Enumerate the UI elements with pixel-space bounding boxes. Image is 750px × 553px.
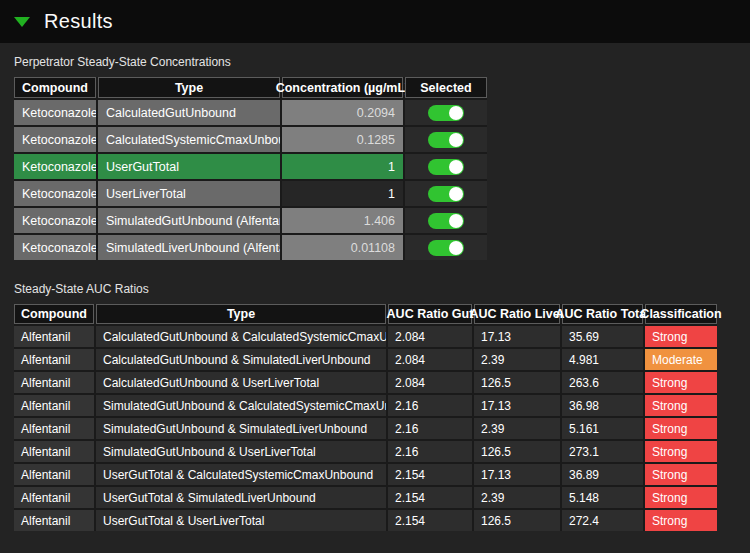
column-header-compound: Compound [14,77,96,98]
auc-ratio-liver-cell: 2.39 [474,418,560,439]
compound-cell: Ketoconazole [14,181,96,206]
compound-cell: Alfentanil [14,464,94,485]
selected-toggle[interactable] [428,159,464,175]
column-header-type: Type [96,304,386,324]
auc-ratio-liver-cell: 126.5 [474,441,560,462]
auc-ratio-liver-cell: 17.13 [474,464,560,485]
table-row[interactable]: Ketoconazole SimulatedLiverUnbound (Alfe… [14,235,487,260]
compound-cell: Alfentanil [14,372,94,393]
table-row: Alfentanil SimulatedGutUnbound & UserLiv… [14,441,717,462]
selected-cell [405,127,487,152]
table-row: Alfentanil SimulatedGutUnbound & Calcula… [14,395,717,416]
column-header-selected: Selected [405,77,487,98]
auc-table-title: Steady-State AUC Ratios [14,282,736,296]
table-row: Alfentanil SimulatedGutUnbound & Simulat… [14,418,717,439]
auc-ratio-gut-cell: 2.084 [388,349,472,370]
concentration-cell[interactable]: 1 [282,154,403,179]
table-row[interactable]: Ketoconazole UserLiverTotal 1 [14,181,487,206]
auc-ratio-gut-cell: 2.084 [388,372,472,393]
classification-badge: Strong [645,326,717,347]
column-header-classification: Classification [645,304,717,324]
column-header-auc-ratio-liver: AUC Ratio Liver [474,304,560,324]
compound-cell: Alfentanil [14,441,94,462]
table-row[interactable]: Ketoconazole CalculatedSystemicCmaxUnbou… [14,127,487,152]
type-cell: SimulatedGutUnbound & CalculatedSystemic… [96,395,386,416]
auc-ratio-liver-cell: 126.5 [474,372,560,393]
collapse-triangle-icon[interactable] [14,17,30,27]
selected-cell [405,208,487,233]
concentration-cell[interactable]: 0.01108 [282,235,403,260]
auc-ratio-liver-cell: 126.5 [474,510,560,531]
selected-cell [405,100,487,125]
concentrations-table-title: Perpetrator Steady-State Concentrations [14,55,736,69]
type-cell: SimulatedGutUnbound (Alfentanil) [98,208,280,233]
compound-cell: Ketoconazole [14,154,96,179]
compound-cell: Ketoconazole [14,208,96,233]
compound-cell: Alfentanil [14,418,94,439]
auc-ratio-gut-cell: 2.154 [388,487,472,508]
column-header-auc-ratio-gut: AUC Ratio Gut [388,304,472,324]
auc-ratio-liver-cell: 2.39 [474,349,560,370]
selected-toggle[interactable] [428,132,464,148]
compound-cell: Alfentanil [14,487,94,508]
type-cell: CalculatedGutUnbound & CalculatedSystemi… [96,326,386,347]
table-row: Alfentanil UserGutTotal & SimulatedLiver… [14,487,717,508]
table-row: Alfentanil UserGutTotal & UserLiverTotal… [14,510,717,531]
auc-ratio-gut-cell: 2.16 [388,418,472,439]
auc-ratio-total-cell: 36.98 [562,395,643,416]
compound-cell: Alfentanil [14,510,94,531]
compound-cell: Alfentanil [14,395,94,416]
type-cell: UserGutTotal & UserLiverTotal [96,510,386,531]
selected-toggle[interactable] [428,186,464,202]
type-cell: UserGutTotal [98,154,280,179]
auc-ratio-total-cell: 35.69 [562,326,643,347]
column-header-auc-ratio-total: AUC Ratio Total [562,304,643,324]
selected-toggle[interactable] [428,213,464,229]
results-content: Perpetrator Steady-State Concentrations … [0,43,750,531]
concentration-cell[interactable]: 0.1285 [282,127,403,152]
table-row: Alfentanil UserGutTotal & CalculatedSyst… [14,464,717,485]
type-cell: SimulatedGutUnbound & SimulatedLiverUnbo… [96,418,386,439]
concentration-cell[interactable]: 0.2094 [282,100,403,125]
classification-badge: Moderate [645,349,717,370]
classification-badge: Strong [645,372,717,393]
table-row[interactable]: Ketoconazole SimulatedGutUnbound (Alfent… [14,208,487,233]
auc-ratio-total-cell: 5.148 [562,487,643,508]
auc-ratio-total-cell: 272.4 [562,510,643,531]
auc-ratio-gut-cell: 2.16 [388,395,472,416]
table-row: Alfentanil CalculatedGutUnbound & UserLi… [14,372,717,393]
auc-ratio-liver-cell: 17.13 [474,326,560,347]
table-row: Alfentanil CalculatedGutUnbound & Calcul… [14,326,717,347]
concentration-cell[interactable]: 1 [282,181,403,206]
selected-toggle[interactable] [428,105,464,121]
toggle-knob [449,133,463,147]
type-cell: CalculatedSystemicCmaxUnbound [98,127,280,152]
table-row: Alfentanil CalculatedGutUnbound & Simula… [14,349,717,370]
type-cell: SimulatedGutUnbound & UserLiverTotal [96,441,386,462]
auc-ratio-total-cell: 36.89 [562,464,643,485]
toggle-knob [449,160,463,174]
table-row[interactable]: Ketoconazole CalculatedGutUnbound 0.2094 [14,100,487,125]
auc-table-header: Compound Type AUC Ratio Gut AUC Ratio Li… [14,304,717,324]
auc-ratio-total-cell: 263.6 [562,372,643,393]
selected-toggle[interactable] [428,240,464,256]
type-cell: UserLiverTotal [98,181,280,206]
auc-ratio-total-cell: 5.161 [562,418,643,439]
selected-cell [405,154,487,179]
concentration-cell[interactable]: 1.406 [282,208,403,233]
type-cell: CalculatedGutUnbound [98,100,280,125]
compound-cell: Ketoconazole [14,235,96,260]
classification-badge: Strong [645,418,717,439]
concentrations-table: Compound Type Concentration (µg/mL) Sele… [14,77,487,260]
toggle-knob [449,241,463,255]
results-section-header[interactable]: Results [0,0,750,43]
type-cell: UserGutTotal & SimulatedLiverUnbound [96,487,386,508]
auc-ratio-total-cell: 4.981 [562,349,643,370]
auc-ratio-gut-cell: 2.16 [388,441,472,462]
compound-cell: Alfentanil [14,326,94,347]
table-row[interactable]: Ketoconazole UserGutTotal 1 [14,154,487,179]
column-header-compound: Compound [14,304,94,324]
toggle-knob [449,106,463,120]
selected-cell [405,181,487,206]
type-cell: UserGutTotal & CalculatedSystemicCmaxUnb… [96,464,386,485]
